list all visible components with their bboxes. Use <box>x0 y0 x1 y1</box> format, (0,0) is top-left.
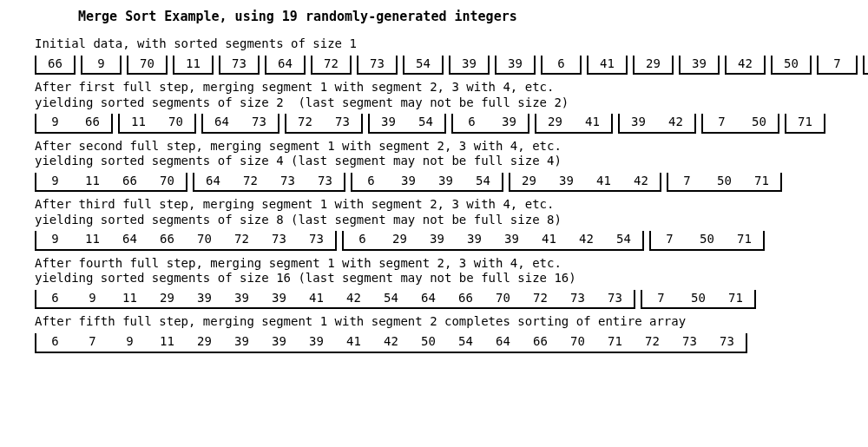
value-cell: 64 <box>194 173 232 190</box>
segment: 9116670 <box>35 173 187 193</box>
value-cell: 9 <box>82 56 120 73</box>
value-cell: 42 <box>622 173 660 190</box>
value-cell: 29 <box>536 114 574 131</box>
value-cell: 50 <box>740 114 778 131</box>
value-cell: 72 <box>312 56 350 73</box>
value-cell: 64 <box>111 231 148 248</box>
value-cell: 11 <box>111 290 148 307</box>
value-row: 67911293939394142505464667071727373 <box>35 333 833 353</box>
value-cell: 39 <box>418 231 456 248</box>
segment: 6 <box>541 56 582 76</box>
value-cell: 73 <box>324 114 361 131</box>
value-cell: 64 <box>484 333 522 351</box>
value-cell: 39 <box>298 333 335 351</box>
value-cell: 39 <box>186 290 223 307</box>
value-cell: 73 <box>559 290 596 307</box>
value-cell: 9 <box>74 290 111 307</box>
value-cell: 7 <box>668 173 706 190</box>
value-cell: 70 <box>157 114 194 131</box>
segment: 629393939414254 <box>342 231 644 251</box>
step-caption: After third full step, merging segment 1… <box>35 197 833 227</box>
segment: 71 <box>863 56 868 76</box>
value-cell: 11 <box>148 333 186 351</box>
value-cell: 50 <box>706 173 743 190</box>
segment: 3954 <box>368 114 446 134</box>
segment: 67911293939394142505464667071727373 <box>35 333 747 353</box>
value-cell: 39 <box>223 333 260 351</box>
value-cell: 54 <box>372 290 410 307</box>
value-cell: 70 <box>148 173 186 190</box>
step-caption: After second full step, merging segment … <box>35 139 833 169</box>
segment: 639 <box>451 114 529 134</box>
value-cell: 71 <box>786 114 824 131</box>
value-cell: 64 <box>203 114 240 131</box>
value-cell: 64 <box>410 290 447 307</box>
segment: 54 <box>403 56 444 76</box>
segment: 64 <box>265 56 306 76</box>
value-cell: 41 <box>530 231 568 248</box>
value-cell: 73 <box>671 333 708 351</box>
value-cell: 29 <box>148 290 186 307</box>
value-cell: 42 <box>372 333 410 351</box>
segment: 75071 <box>641 290 756 310</box>
segment: 11 <box>173 56 214 76</box>
value-cell: 66 <box>36 56 74 73</box>
value-cell: 39 <box>390 173 427 190</box>
value-cell: 66 <box>447 290 484 307</box>
segment: 29394142 <box>509 173 661 193</box>
value-cell: 70 <box>186 231 223 248</box>
value-cell: 9 <box>36 173 74 190</box>
value-cell: 70 <box>484 290 522 307</box>
value-cell: 6 <box>36 290 74 307</box>
segment: 41 <box>587 56 628 76</box>
steps-container: Initial data, with sorted segments of si… <box>35 36 833 353</box>
segment: 6393954 <box>351 173 503 193</box>
value-row: 66970117364727354393964129394250771 <box>35 56 833 76</box>
value-cell: 39 <box>548 173 585 190</box>
value-row: 96611706473727339546392941394275071 <box>35 114 833 134</box>
segment: 966 <box>35 114 113 134</box>
value-cell: 71 <box>726 231 763 248</box>
value-cell: 70 <box>128 56 166 73</box>
value-cell: 9 <box>36 231 74 248</box>
value-cell: 29 <box>510 173 548 190</box>
value-cell: 41 <box>574 114 611 131</box>
value-cell: 73 <box>708 333 746 351</box>
value-cell: 50 <box>410 333 447 351</box>
value-cell: 54 <box>404 56 442 73</box>
value-cell: 6 <box>36 333 74 351</box>
value-cell: 73 <box>358 56 396 73</box>
value-cell: 72 <box>223 231 260 248</box>
value-cell: 72 <box>232 173 269 190</box>
value-cell: 9 <box>111 333 148 351</box>
value-cell: 72 <box>286 114 324 131</box>
segment: 70 <box>127 56 168 76</box>
segment: 66 <box>35 56 76 76</box>
value-cell: 11 <box>74 173 111 190</box>
value-cell: 54 <box>605 231 642 248</box>
value-cell: 29 <box>186 333 223 351</box>
value-cell: 7 <box>642 290 680 307</box>
page-title: Merge Sort Example, using 19 randomly-ge… <box>78 9 833 24</box>
value-cell: 39 <box>490 114 528 131</box>
value-cell: 6 <box>344 231 381 248</box>
segment: 3942 <box>618 114 696 134</box>
value-cell: 42 <box>727 56 764 73</box>
value-cell: 7 <box>703 114 740 131</box>
segment: 50 <box>771 56 812 76</box>
step-caption: After fourth full step, merging segment … <box>35 256 833 286</box>
value-cell: 54 <box>464 173 502 190</box>
value-cell: 71 <box>743 173 780 190</box>
value-cell: 50 <box>688 231 726 248</box>
value-cell: 73 <box>220 56 258 73</box>
value-cell: 73 <box>260 231 298 248</box>
value-cell: 72 <box>634 333 671 351</box>
value-cell: 29 <box>381 231 418 248</box>
step-caption: Initial data, with sorted segments of si… <box>35 36 833 52</box>
segment: 39 <box>679 56 720 76</box>
value-cell: 42 <box>568 231 605 248</box>
segment: 6473 <box>201 114 279 134</box>
value-row: 91164667072737362939393941425475071 <box>35 231 833 251</box>
step-caption: After fifth full step, merging segment 1… <box>35 314 833 330</box>
value-cell: 71 <box>717 290 754 307</box>
